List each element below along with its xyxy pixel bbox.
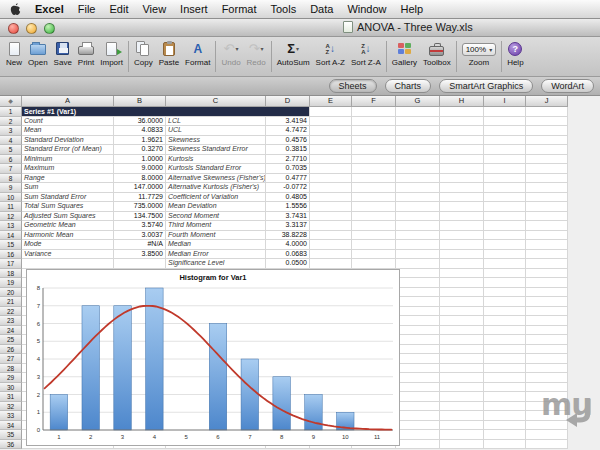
cell-C6[interactable]: Kurtosis	[166, 155, 266, 165]
toolbar-autosum-button[interactable]: Σ▾AutoSum	[274, 39, 313, 68]
cell-H17[interactable]	[440, 259, 484, 269]
cell-H34[interactable]	[440, 421, 484, 431]
cell-C14[interactable]: Fourth Moment	[166, 231, 266, 241]
cell-G32[interactable]	[396, 402, 440, 412]
window-title-bar[interactable]: ANOVA - Three Way.xls	[0, 19, 600, 37]
menu-help[interactable]: Help	[401, 3, 424, 15]
cell-H32[interactable]	[440, 402, 484, 412]
cell-D17[interactable]: 0.0500	[266, 259, 310, 269]
cell-C7[interactable]: Kurtosis Standard Error	[166, 164, 266, 174]
row-header-31[interactable]: 31	[0, 392, 22, 402]
cell-F9[interactable]	[352, 183, 396, 193]
cell-G10[interactable]	[396, 193, 440, 203]
menu-window[interactable]: Window	[347, 3, 386, 15]
cell-J28[interactable]	[526, 364, 568, 374]
cell-A10[interactable]: Sum Standard Error	[22, 193, 114, 203]
cell-I21[interactable]	[484, 297, 526, 307]
cell-H10[interactable]	[440, 193, 484, 203]
cell-A2[interactable]: Count	[22, 117, 114, 127]
cell-B6[interactable]: 1.0000	[114, 155, 166, 165]
cell-G15[interactable]	[396, 240, 440, 250]
cell-H28[interactable]	[440, 364, 484, 374]
cell-F17[interactable]	[352, 259, 396, 269]
cell-E12[interactable]	[310, 212, 352, 222]
cell-E8[interactable]	[310, 174, 352, 184]
cell-I25[interactable]	[484, 335, 526, 345]
cell-I10[interactable]	[484, 193, 526, 203]
cell-A4[interactable]: Standard Deviation	[22, 136, 114, 146]
cell-H9[interactable]	[440, 183, 484, 193]
row-header-18[interactable]: 18	[0, 269, 22, 279]
cell-H6[interactable]	[440, 155, 484, 165]
cell-I28[interactable]	[484, 364, 526, 374]
cell-H15[interactable]	[440, 240, 484, 250]
cell-A9[interactable]: Sum	[22, 183, 114, 193]
cell-G8[interactable]	[396, 174, 440, 184]
cell-I3[interactable]	[484, 126, 526, 136]
cell-D12[interactable]: 3.7431	[266, 212, 310, 222]
cell-H18[interactable]	[440, 269, 484, 279]
cell-J26[interactable]	[526, 345, 568, 355]
cell-C5[interactable]: Skewness Standard Error	[166, 145, 266, 155]
row-header-25[interactable]: 25	[0, 335, 22, 345]
menu-view[interactable]: View	[142, 3, 166, 15]
row-header-27[interactable]: 27	[0, 354, 22, 364]
cell-G25[interactable]	[396, 335, 440, 345]
menu-tools[interactable]: Tools	[270, 3, 296, 15]
cell-B15[interactable]: #N/A	[114, 240, 166, 250]
cell-G33[interactable]	[396, 411, 440, 421]
cell-D8[interactable]: 0.4777	[266, 174, 310, 184]
toolbar-sort-z-a-button[interactable]: ZA↓Sort Z-A	[348, 39, 384, 68]
cell-H11[interactable]	[440, 202, 484, 212]
cell-G24[interactable]	[396, 326, 440, 336]
cell-J8[interactable]	[526, 174, 568, 184]
row-header-20[interactable]: 20	[0, 288, 22, 298]
cell-J12[interactable]	[526, 212, 568, 222]
cell-G23[interactable]	[396, 316, 440, 326]
cell-H33[interactable]	[440, 411, 484, 421]
cell-I34[interactable]	[484, 421, 526, 431]
cell-G5[interactable]	[396, 145, 440, 155]
cell-I13[interactable]	[484, 221, 526, 231]
cell-G9[interactable]	[396, 183, 440, 193]
cell-H4[interactable]	[440, 136, 484, 146]
cell-J25[interactable]	[526, 335, 568, 345]
cell-F13[interactable]	[352, 221, 396, 231]
row-header-26[interactable]: 26	[0, 345, 22, 355]
toolbar-zoom-button[interactable]: 100%▾Zoom	[459, 39, 499, 68]
cell-C9[interactable]: Alternative Kurtosis (Fisher's)	[166, 183, 266, 193]
cell-H1[interactable]	[440, 107, 484, 117]
cell-B12[interactable]: 134.7500	[114, 212, 166, 222]
cell-H2[interactable]	[440, 117, 484, 127]
cell-J10[interactable]	[526, 193, 568, 203]
cell-F16[interactable]	[352, 250, 396, 260]
cell-C10[interactable]: Coefficient of Variation	[166, 193, 266, 203]
cell-G31[interactable]	[396, 392, 440, 402]
row-header-11[interactable]: 11	[0, 202, 22, 212]
cell-D7[interactable]: 0.7035	[266, 164, 310, 174]
cell-J20[interactable]	[526, 288, 568, 298]
cell-H23[interactable]	[440, 316, 484, 326]
cell-I11[interactable]	[484, 202, 526, 212]
cell-E6[interactable]	[310, 155, 352, 165]
cell-I23[interactable]	[484, 316, 526, 326]
cell-A3[interactable]: Mean	[22, 126, 114, 136]
cell-J5[interactable]	[526, 145, 568, 155]
row-header-4[interactable]: 4	[0, 136, 22, 146]
cell-E3[interactable]	[310, 126, 352, 136]
column-header-B[interactable]: B	[114, 96, 166, 107]
cell-G16[interactable]	[396, 250, 440, 260]
cell-I33[interactable]	[484, 411, 526, 421]
cell-C2[interactable]: LCL	[166, 117, 266, 127]
document-proxy-icon[interactable]	[343, 21, 353, 33]
zoom-dropdown[interactable]: 100%▾	[462, 43, 496, 56]
cell-H19[interactable]	[440, 278, 484, 288]
cell-F11[interactable]	[352, 202, 396, 212]
cell-J36[interactable]	[526, 440, 568, 450]
cell-A6[interactable]: Minimum	[22, 155, 114, 165]
cell-A14[interactable]: Harmonic Mean	[22, 231, 114, 241]
cell-G28[interactable]	[396, 364, 440, 374]
cell-A5[interactable]: Standard Error (of Mean)	[22, 145, 114, 155]
cell-I15[interactable]	[484, 240, 526, 250]
cell-G19[interactable]	[396, 278, 440, 288]
